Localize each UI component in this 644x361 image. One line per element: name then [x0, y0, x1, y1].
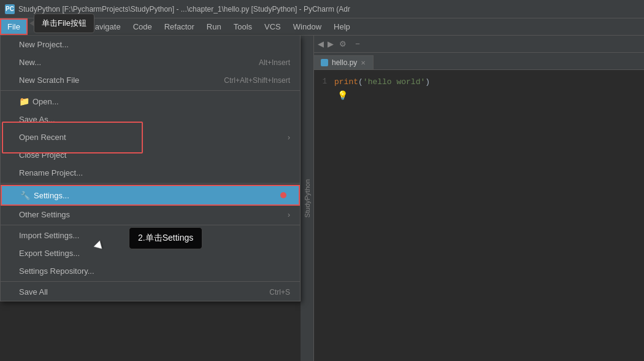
file-dropdown-menu: New Project... New... Alt+Insert New Scr… — [0, 36, 301, 301]
line-number-1: 1 — [313, 77, 334, 86]
menu-run[interactable]: Run — [201, 18, 228, 35]
menu-help[interactable]: Help — [328, 18, 356, 35]
separator-4 — [1, 281, 300, 282]
menu-edit[interactable]: Edit — [28, 18, 53, 35]
project-side-panel: StudyPython — [301, 36, 314, 361]
menu-item-new-scratch[interactable]: New Scratch File Ctrl+Alt+Shift+Insert — [1, 71, 300, 89]
menu-bar: File Edit View Navigate Code Refactor Ru… — [0, 18, 644, 36]
editor-area: ◀ ▶ ⚙ − hello.py ✕ 1 print('hello world'… — [313, 36, 644, 361]
other-settings-arrow: › — [288, 211, 290, 219]
menu-navigate[interactable]: Navigate — [83, 18, 126, 35]
new-shortcut: Alt+Insert — [259, 58, 290, 67]
python-file-icon — [321, 59, 328, 66]
menu-item-new[interactable]: New... Alt+Insert — [1, 53, 300, 71]
menu-item-new-project[interactable]: New Project... — [1, 36, 300, 53]
code-lightbulb-row: 💡 — [313, 88, 644, 102]
menu-item-save-all[interactable]: Save All Ctrl+S — [1, 283, 300, 301]
menu-item-settings-repo[interactable]: Settings Repository... — [1, 262, 300, 280]
separator-3 — [1, 225, 300, 225]
title-text: StudyPython [F:\PycharmProjects\StudyPyt… — [18, 5, 350, 14]
menu-item-export-settings[interactable]: Export Settings... — [1, 244, 300, 262]
menu-item-open[interactable]: 📁 Open... — [1, 92, 300, 111]
gear-icon[interactable]: ⚙ — [337, 39, 348, 50]
study-python-label: StudyPython — [304, 179, 311, 217]
expand-icon[interactable]: ▶ — [328, 39, 334, 49]
save-all-shortcut: Ctrl+S — [269, 288, 290, 297]
editor-content: 1 print('hello world') 💡 — [313, 70, 644, 107]
collapse-icon[interactable]: ◀ — [318, 39, 324, 49]
menu-vcs[interactable]: VCS — [258, 18, 287, 35]
app-icon: PC — [5, 4, 15, 14]
separator-2 — [1, 183, 300, 184]
settings-wrench-icon: 🔧 — [20, 190, 30, 200]
code-print-keyword: print — [334, 77, 358, 87]
menu-file[interactable]: File — [0, 18, 28, 35]
open-recent-arrow: › — [288, 133, 290, 142]
editor-toolbar: ◀ ▶ ⚙ − — [313, 36, 644, 53]
menu-refactor[interactable]: Refactor — [158, 18, 201, 35]
lightbulb-icon[interactable]: 💡 — [337, 90, 348, 100]
folder-icon: 📁 — [19, 96, 29, 106]
menu-window[interactable]: Window — [287, 18, 328, 35]
code-paren-open: ( — [358, 77, 363, 87]
minimize-icon[interactable]: − — [352, 39, 363, 50]
settings-dot — [280, 192, 286, 198]
menu-item-save-as[interactable]: Save As... — [1, 111, 300, 128]
menu-tools[interactable]: Tools — [228, 18, 258, 35]
code-string: 'hello world' — [363, 77, 425, 87]
menu-item-open-recent[interactable]: Open Recent › — [1, 128, 300, 146]
menu-item-import-settings[interactable]: Import Settings... — [1, 227, 300, 244]
menu-code[interactable]: Code — [127, 18, 158, 35]
menu-item-close-project[interactable]: Close Project — [1, 146, 300, 164]
menu-item-other-settings[interactable]: Other Settings › — [1, 206, 300, 223]
code-line-1: 1 print('hello world') — [313, 75, 644, 88]
menu-item-rename-project[interactable]: Rename Project... — [1, 164, 300, 182]
title-bar: PC StudyPython [F:\PycharmProjects\Study… — [0, 0, 644, 18]
tab-label: hello.py — [332, 58, 357, 67]
menu-view[interactable]: View — [53, 18, 83, 35]
code-paren-close: ) — [425, 77, 430, 87]
separator-1 — [1, 90, 300, 91]
tab-hello-py[interactable]: hello.py ✕ — [313, 55, 374, 69]
editor-tab-bar: hello.py ✕ — [313, 53, 644, 70]
tab-close-button[interactable]: ✕ — [361, 60, 366, 66]
scratch-shortcut: Ctrl+Alt+Shift+Insert — [224, 76, 290, 85]
menu-item-settings[interactable]: 🔧 Settings... — [1, 185, 300, 206]
